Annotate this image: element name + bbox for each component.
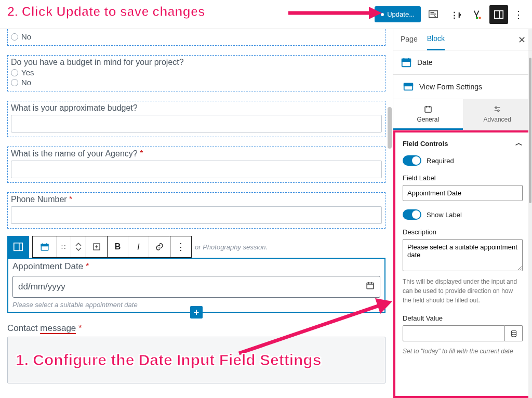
radio-label: No [21,32,31,41]
radio-option[interactable]: No [11,32,382,41]
main-area: No Do you have a budget in mind for your… [0,29,532,398]
view-form-label: View Form Settings [419,83,482,91]
radio-option-no[interactable]: No [11,78,382,87]
sidebar-scrollbar[interactable] [528,29,532,398]
toggle-label: Show Label [427,211,462,219]
tab-page[interactable]: Page [401,35,418,49]
toolbar-group-3: B I [107,236,170,258]
svg-point-33 [511,330,516,333]
toggle-label: Required [427,157,454,165]
default-value-row [403,325,523,341]
field-label: Appointment Date * [12,261,380,272]
add-block-button[interactable]: + [190,306,203,319]
block-type-icon[interactable] [7,236,29,258]
svg-rect-9 [41,244,48,246]
date-icon [401,57,412,68]
form-field-contact-message[interactable]: Contact message * [7,323,385,383]
toolbar-group-1: ∷ [32,236,86,258]
editor-canvas: No Do you have a budget in mind for your… [0,29,393,398]
field-label: Phone Number * [11,195,382,204]
svg-point-3 [476,17,478,19]
update-button-label: Update... [387,10,415,18]
database-icon[interactable] [505,325,523,341]
description-title: Description [403,228,523,236]
link-icon[interactable] [149,236,170,257]
form-field-prev-tail[interactable]: No [7,29,385,46]
editor-topbar: Update... ⋮K ⋮ [0,0,532,29]
radio-label: Yes [21,68,34,77]
field-label: What is your approximate budget? [11,103,382,113]
textarea-input[interactable] [7,337,385,383]
text-input[interactable] [11,206,382,224]
date-block-icon[interactable] [33,236,57,257]
form-field-approx-budget[interactable]: What is your approximate budget? [7,101,385,137]
toolbar-group-4: ⋮ [170,236,192,258]
general-icon [423,104,433,114]
svg-rect-4 [495,10,503,18]
svg-point-30 [496,107,497,109]
field-trailing-text: or Photography session. [195,243,268,251]
text-input[interactable] [11,161,382,178]
settings-sidebar-toggle-icon[interactable] [489,5,508,24]
plugin-k-icon[interactable]: ⋮K [446,5,464,24]
drag-handle-icon[interactable]: ∷ [57,236,71,257]
form-field-agency-name[interactable]: What is the name of your Agency? * [7,147,385,183]
field-label: What is the name of your Agency? * [11,149,382,158]
default-value-input[interactable] [403,325,505,341]
show-label-toggle[interactable] [403,209,421,220]
text-input[interactable] [11,115,382,132]
form-field-phone[interactable]: Phone Number * [7,192,385,229]
sidebar-tabs: Page Block ✕ [393,29,532,50]
field-label: Do you have a budget in mind for your pr… [11,58,382,67]
show-label-toggle-row: Show Label [403,209,523,220]
calendar-icon[interactable] [366,281,375,293]
advanced-icon [493,104,502,114]
add-block-icon[interactable] [86,236,107,257]
subtab-label: Advanced [484,116,511,123]
preview-icon[interactable] [424,5,443,24]
svg-rect-26 [425,107,431,113]
svg-point-2 [478,17,481,19]
panel-title: Field Controls [403,140,448,148]
svg-rect-20 [402,59,411,62]
svg-rect-15 [367,283,374,289]
more-options-icon[interactable]: ⋮ [511,5,526,24]
chevron-up-icon[interactable]: ︿ [515,139,523,148]
field-label: Contact message * [7,323,385,334]
date-placeholder: dd/mm/yyyy [18,282,65,292]
move-arrows[interactable] [71,236,86,257]
panel-sub-tabs: General Advanced [393,99,532,130]
toolbar-group-2 [86,236,108,258]
radio-option-yes[interactable]: Yes [11,68,382,77]
italic-icon[interactable]: I [128,236,149,257]
panel-section-header[interactable]: Field Controls ︿ [403,139,523,148]
editor-scrollbar[interactable] [387,29,393,398]
field-label-title: Field Label [403,174,523,182]
view-form-settings[interactable]: View Form Settings [393,75,532,99]
bold-icon[interactable]: B [108,236,128,257]
yoast-icon[interactable] [468,5,486,24]
svg-rect-25 [404,84,413,86]
field-controls-panel: Field Controls ︿ Required Field Label Sh… [393,130,532,398]
default-value-help: Set to "today" to fill with the current … [403,347,523,356]
block-type-row[interactable]: Date [393,50,532,75]
block-more-icon[interactable]: ⋮ [170,236,191,257]
subtab-advanced[interactable]: Advanced [463,99,533,130]
field-label-input[interactable] [403,185,523,201]
block-toolbar: ∷ B I ⋮ or Photography [7,236,385,258]
svg-point-32 [498,110,499,112]
svg-rect-6 [14,243,23,251]
close-sidebar-icon[interactable]: ✕ [518,34,526,46]
form-field-budget-question[interactable]: Do you have a budget in mind for your pr… [7,55,385,91]
update-button[interactable]: Update... [375,6,421,22]
tab-block[interactable]: Block [427,34,445,50]
subtab-general[interactable]: General [393,99,463,130]
description-help: This will be displayed under the input a… [403,277,523,305]
date-input[interactable]: dd/mm/yyyy [12,276,380,298]
description-input[interactable] [403,239,523,271]
selected-date-block[interactable]: Appointment Date * dd/mm/yyyy Please sel… [7,258,385,313]
settings-sidebar: Page Block ✕ Date View Form Settings Gen… [393,29,532,398]
radio-label: No [21,78,31,87]
required-toggle[interactable] [403,155,421,166]
form-icon [403,81,414,92]
